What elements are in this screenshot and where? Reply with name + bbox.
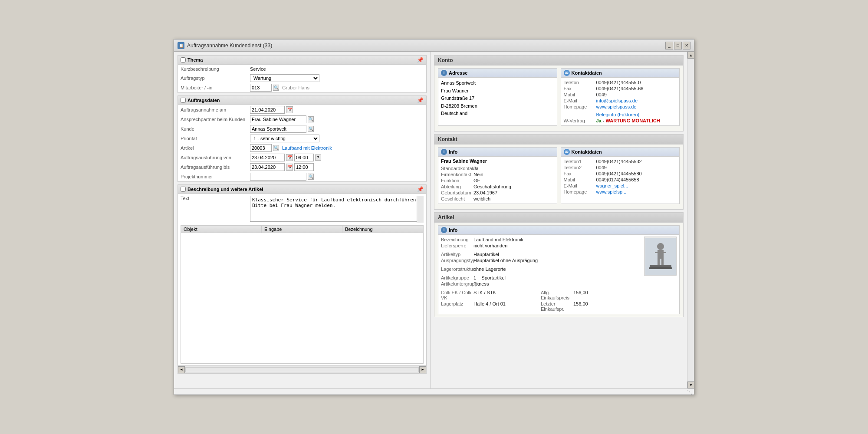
kurzbeschreibung-value: Service (250, 66, 424, 72)
artikel-info-content: Bezeichnung Laufband mit Elektronik Lief… (441, 237, 677, 312)
kontakt-info-header-text: Info (449, 149, 457, 155)
textarea-scrollbar[interactable] (417, 196, 424, 223)
ausfuehrung-bis-date-input[interactable] (250, 163, 285, 171)
ausfuehrung-bis-time-input[interactable] (294, 163, 314, 171)
projektnummer-input[interactable] (250, 173, 306, 181)
email-label: E-Mail (564, 98, 596, 103)
window-title: Auftragsannahme Kundendienst (33) (187, 43, 272, 49)
funktion-row: Funktion GF (441, 178, 554, 184)
mobil-row: Mobil 0049 (564, 92, 677, 98)
resize-corner[interactable]: ⋱ (687, 389, 692, 395)
beschreibung-textarea[interactable]: Klassischer Service für Laufband elektro… (250, 196, 424, 222)
auftragsannahme-date-input[interactable] (250, 106, 285, 114)
maximize-button[interactable]: □ (674, 42, 682, 49)
letzter-ep-label: Letzter Einkaufspr. (541, 301, 573, 312)
projektnummer-search-btn[interactable]: 🔍 (308, 174, 314, 180)
beleginfo-row: Beleginfo (Fakturen) (564, 112, 677, 118)
kontakt-email-link[interactable]: wagner_spiel... (596, 183, 628, 188)
scroll-up-btn[interactable]: ▲ (687, 52, 694, 59)
email-link[interactable]: info@spielspass.de (596, 98, 638, 103)
wartung-badge: WARTUNG MONATLICH (606, 118, 660, 123)
kontakt-telefon1-row: Telefon1 0049(0421)44455532 (564, 158, 677, 164)
scroll-left-btn[interactable]: ◄ (178, 366, 185, 373)
mitarbeiter-id-input[interactable] (250, 84, 272, 92)
thema-header: Thema 📌 (178, 56, 426, 65)
ausfuehrung-von-cal-btn[interactable]: 📅 (286, 154, 293, 161)
adresse-block-body: Annas Sportwelt Frau Wagner Grundstraße … (438, 78, 557, 119)
svg-rect-2 (658, 250, 664, 259)
svg-rect-3 (655, 252, 658, 253)
adresse-header-text: Adresse (449, 70, 467, 76)
konto-contact-row: i Adresse Annas Sportwelt Frau Wagner Gr… (438, 68, 680, 126)
kunde-input[interactable] (250, 125, 306, 133)
scroll-down-btn[interactable]: ▼ (687, 381, 694, 388)
kontakt-homepage-row: Homepage www.spielsp... (564, 189, 677, 195)
minimize-button[interactable]: _ (665, 42, 673, 49)
funktion-label: Funktion (441, 178, 473, 183)
ausfuehrung-bis-cal-btn[interactable]: 📅 (286, 164, 293, 171)
kontakt-mobil-value: 0049(0174)4455658 (596, 177, 677, 182)
ausfuehrung-von-date-input[interactable] (250, 154, 285, 161)
text-area-wrapper: Klassischer Service für Laufband elektro… (250, 196, 424, 223)
kontakt-info-block: i Info Frau Sabine Wagner Standardkontak… (438, 147, 557, 204)
wvertrag-label: W-Vertrag (564, 118, 596, 123)
kunde-label: Kunde (181, 126, 250, 132)
kontakt-homepage-link[interactable]: www.spielsp... (596, 189, 627, 194)
kunde-search-btn[interactable]: 🔍 (308, 126, 314, 132)
ausfuehrung-von-time-input[interactable] (294, 154, 314, 161)
kunde-row: Kunde 🔍 (178, 124, 426, 134)
auftragsannahme-input-group: 📅 (250, 106, 293, 114)
artikel-id-input[interactable] (250, 144, 272, 152)
abteilung-label: Abteilung (441, 184, 473, 189)
svg-rect-6 (661, 259, 664, 265)
konto-kontaktdaten-body: Telefon 0049(0421)444555-0 Fax 0049(0421… (561, 78, 680, 125)
abteilung-row: Abteilung Geschäftsführung (441, 184, 554, 190)
artikel-link[interactable]: Laufband mit Elektronik (282, 145, 332, 151)
kontakt-homepage-label: Homepage (564, 189, 596, 194)
kontakt-contact-row: i Info Frau Sabine Wagner Standardkontak… (438, 147, 680, 204)
geburtsdatum-value: 23.04.1967 (473, 190, 554, 195)
auftragsdaten-title: Auftragsdaten (187, 98, 220, 103)
artikelgruppe-number: 1 (473, 275, 476, 280)
scroll-right-btn[interactable]: ► (419, 366, 426, 373)
kontakt-kontaktdaten-header-text: Kontaktdaten (572, 149, 602, 155)
mitarbeiter-search-btn[interactable]: 🔍 (273, 85, 279, 91)
kontakt-email-row: E-Mail wagner_spiel... (564, 183, 677, 189)
artikel-section: Artikel i Info Bezei (434, 212, 684, 317)
artikel-type-fields: Artikeltyp Hauptartikel Ausprägungstyp H… (441, 251, 641, 263)
auftragsdaten-checkbox[interactable] (181, 98, 186, 103)
beleginfo-link[interactable]: Beleginfo (Fakturen) (596, 112, 640, 117)
prioritaet-row: Priorität 1 - sehr wichtig (178, 134, 426, 143)
projektnummer-input-group: 🔍 (250, 173, 314, 181)
auftragsannahme-cal-btn[interactable]: 📅 (286, 106, 293, 113)
prioritaet-input-group: 1 - sehr wichtig (250, 135, 319, 142)
kontakt-contact-icon: ✉ (564, 149, 570, 155)
thema-checkbox[interactable] (181, 57, 186, 62)
projektnummer-label: Projektnummer (181, 174, 250, 179)
artikeluntergruppe-row: Artikeluntergruppe Fitness (441, 281, 641, 287)
ausfuehrung-von-number-btn[interactable]: 7 (315, 155, 321, 161)
mitarbeiter-input-group: 🔍 Gruber Hans (250, 84, 309, 92)
beschreibung-header: Beschreibung und weitere Artikel 📌 (178, 185, 426, 194)
ansprechpartner-input[interactable] (250, 115, 306, 123)
artikeluntergruppe-label: Artikeluntergruppe (441, 281, 473, 286)
text-row: Text Klassischer Service für Laufband el… (178, 194, 426, 224)
auftragstyp-select[interactable]: Wartung (250, 74, 319, 82)
artikelgruppe-label: Artikelgruppe (441, 275, 473, 280)
homepage-link[interactable]: www.spielspass.de (596, 104, 637, 109)
prioritaet-select[interactable]: 1 - sehr wichtig (250, 135, 319, 142)
artikel-input-group: 🔍 Laufband mit Elektronik (250, 144, 332, 152)
wartung-text: - (603, 118, 606, 123)
beschreibung-checkbox[interactable] (181, 187, 186, 192)
artikel-image-svg (645, 238, 676, 275)
artikeluntergruppe-value: Fitness (473, 281, 641, 286)
artikel-search-btn[interactable]: 🔍 (273, 145, 279, 151)
window-icon: 📋 (178, 42, 184, 49)
ansprechpartner-search-btn[interactable]: 🔍 (308, 116, 314, 122)
artikel-table: Objekt Eingabe Bezeichnung (181, 225, 424, 364)
mobil-value: 0049 (596, 92, 677, 97)
kontakt-mobil-label: Mobil (564, 177, 596, 182)
close-button[interactable]: ✕ (683, 42, 690, 49)
v-scroll-track (687, 59, 694, 381)
artikel-body: i Info Bezeichnung Laufband mit Elektron… (434, 223, 683, 317)
